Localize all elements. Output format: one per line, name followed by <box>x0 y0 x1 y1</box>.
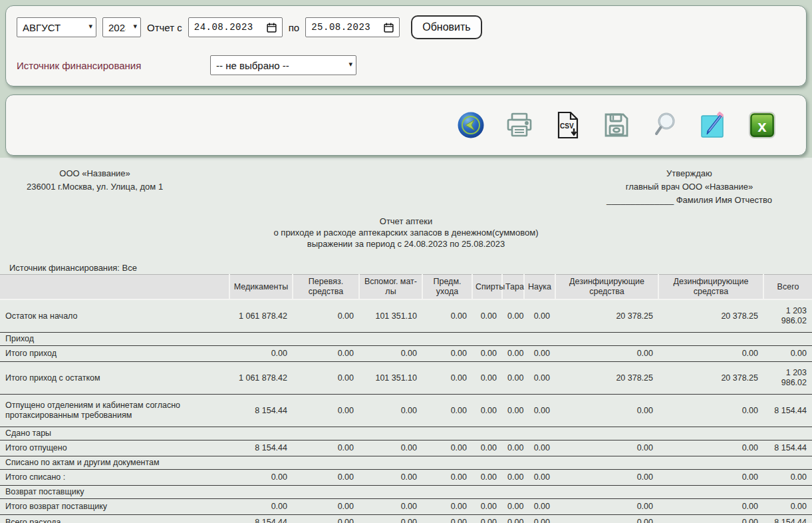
date-to-input[interactable]: 25.08.2023 <box>305 17 400 37</box>
funding-source-label: Источник финансирования <box>17 60 210 71</box>
cell-value: 0.00 <box>422 515 472 523</box>
cell-value: 0.00 <box>229 499 293 515</box>
print-icon[interactable] <box>505 110 534 140</box>
cell-value: 101 351.10 <box>359 362 422 395</box>
cell-value: 0.00 <box>472 346 502 362</box>
row-label: Итого приход с остатком <box>0 362 229 395</box>
cell-value: 0.00 <box>359 395 422 427</box>
cell-value: 0.00 <box>293 470 359 486</box>
cell-value: 8 154.44 <box>229 395 293 427</box>
date-from-input[interactable]: 24.08.2023 <box>188 17 283 37</box>
save-icon[interactable] <box>602 110 631 140</box>
cell-value: 0.00 <box>422 395 472 427</box>
cell-value: 20 378.25 <box>555 299 658 333</box>
cell-value: 0.00 <box>472 515 502 523</box>
cell-value: 101 351.10 <box>359 299 422 333</box>
filters-region: АВГУСТ ▾ 2023 ▾ Отчет с 24.08.2023 <box>0 0 812 158</box>
cell-value: 0.00 <box>359 499 422 515</box>
funding-source-select[interactable]: -- не выбрано -- <box>210 55 356 75</box>
cell-value: 0.00 <box>422 499 472 515</box>
cell-value: 0.00 <box>658 440 763 456</box>
column-header: Дезинфицирующие средства <box>658 275 763 300</box>
table-row: Итого списано :0.000.000.000.000.000.000… <box>0 470 812 486</box>
cell-value: 0.00 <box>229 470 293 486</box>
cell-value: 0.00 <box>422 299 472 333</box>
cell-value: 0.00 <box>658 346 763 362</box>
month-select[interactable]: АВГУСТ <box>17 17 96 37</box>
row-label: Итого отпущено <box>0 440 229 456</box>
cell-value: 0.00 <box>555 395 658 427</box>
section-label: Возврат поставщику <box>0 486 812 499</box>
cell-value: 8 154.44 <box>763 395 812 427</box>
cell-value: 0.00 <box>555 470 658 486</box>
csv-export-icon[interactable]: CSV <box>553 110 583 140</box>
cell-value: 0.00 <box>293 515 359 523</box>
cell-value: 0.00 <box>472 299 502 333</box>
approve-block: Утверждаю главный врач ООО «Название» __… <box>607 167 772 207</box>
table-row: Отпущено отделениям и кабинетам согласно… <box>0 395 812 427</box>
cell-value: 8 154.44 <box>763 515 812 523</box>
cell-value: 0.00 <box>524 440 555 456</box>
section-row: Приход <box>0 333 812 346</box>
approve-line: Утверждаю <box>607 167 772 180</box>
cell-value: 0.00 <box>763 346 812 362</box>
row-label: Итого приход <box>0 346 229 362</box>
cell-value: 1 061 878.42 <box>229 299 293 333</box>
cell-value: 0.00 <box>229 346 293 362</box>
report-from-label: Отчет с <box>147 22 182 33</box>
section-label: Сдано тары <box>0 427 812 440</box>
cell-value: 0.00 <box>524 346 555 362</box>
edit-icon[interactable] <box>699 110 728 140</box>
year-select[interactable]: 2023 <box>102 17 141 37</box>
table-row: Всего расхода8 154.440.000.000.000.000.0… <box>0 515 812 523</box>
row-label: Всего расхода <box>0 515 229 523</box>
approve-line: главный врач ООО «Название» <box>607 180 772 194</box>
cell-value: 1 203 986.02 <box>763 362 812 395</box>
cell-value: 0.00 <box>502 515 524 523</box>
cell-value: 0.00 <box>763 470 812 486</box>
cell-value: 0.00 <box>524 515 555 523</box>
company-name: ООО «Название» <box>27 167 163 180</box>
svg-text:CSV: CSV <box>560 122 574 130</box>
cell-value: 0.00 <box>293 346 359 362</box>
search-icon[interactable] <box>650 110 680 140</box>
to-label: по <box>289 22 299 33</box>
cell-value: 0.00 <box>555 346 658 362</box>
column-header: Вспомог. мат-лы <box>359 275 422 300</box>
calendar-icon[interactable] <box>267 23 277 33</box>
report-table: МедикаментыПеревяз. средстваВспомог. мат… <box>0 274 812 523</box>
cell-value: 0.00 <box>359 440 422 456</box>
cell-value: 0.00 <box>472 440 502 456</box>
cell-value: 0.00 <box>472 395 502 427</box>
company-block: ООО «Название» 236001 г.Москва, ул. Улиц… <box>27 167 163 207</box>
cell-value: 1 061 878.42 <box>229 362 293 395</box>
refresh-button[interactable]: Обновить <box>411 15 481 39</box>
toolbar-panel: CSV <box>5 94 807 156</box>
column-header: Перевяз. средства <box>293 275 359 300</box>
back-icon[interactable] <box>456 110 485 140</box>
cell-value: 0.00 <box>658 499 763 515</box>
column-header: Спирты <box>472 275 502 300</box>
cell-value: 0.00 <box>658 515 763 523</box>
cell-value: 0.00 <box>524 362 555 395</box>
column-header: Предм. ухода <box>422 275 472 300</box>
report-title: Отчет аптеки о приходе и расходе аптекар… <box>0 216 812 250</box>
cell-value: 8 154.44 <box>229 515 293 523</box>
cell-value: 0.00 <box>502 346 524 362</box>
cell-value: 0.00 <box>555 515 658 523</box>
cell-value: 0.00 <box>502 470 524 486</box>
cell-value: 0.00 <box>472 362 502 395</box>
cell-value: 0.00 <box>359 515 422 523</box>
cell-value: 0.00 <box>524 499 555 515</box>
cell-value: 1 203 986.02 <box>763 299 812 333</box>
table-row: Итого приход0.000.000.000.000.000.000.00… <box>0 346 812 362</box>
cell-value: 0.00 <box>293 440 359 456</box>
cell-value: 0.00 <box>555 499 658 515</box>
excel-export-icon[interactable]: x <box>747 110 777 140</box>
calendar-icon[interactable] <box>384 23 394 33</box>
report-document: ООО «Название» 236001 г.Москва, ул. Улиц… <box>0 158 812 523</box>
cell-value: 0.00 <box>502 499 524 515</box>
approve-line: ______________ Фамилия Имя Отчество <box>607 194 772 207</box>
filter-panel: АВГУСТ ▾ 2023 ▾ Отчет с 24.08.2023 <box>5 5 807 87</box>
cell-value: 8 154.44 <box>763 440 812 456</box>
